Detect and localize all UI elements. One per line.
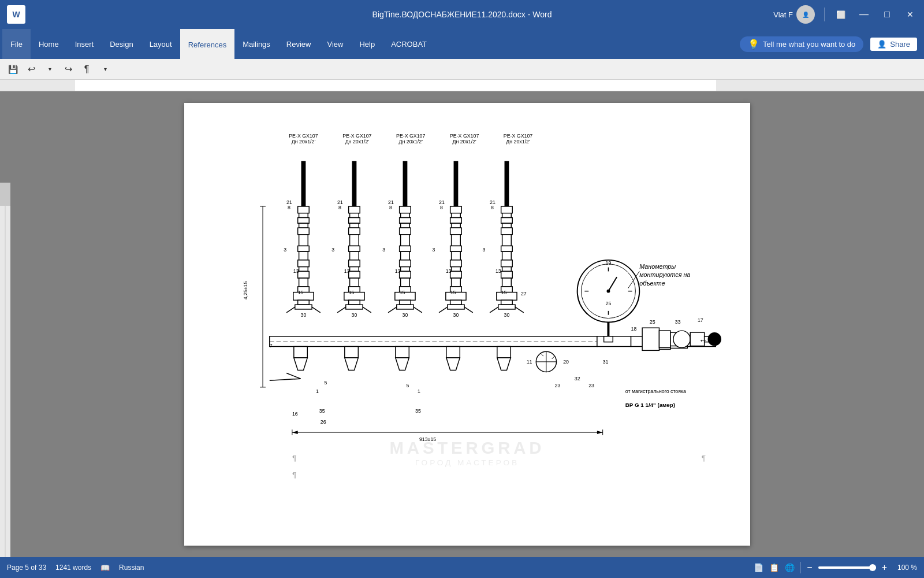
document-page: PE-X GX107 Дн 20х1/2' PE-X GX107 Дн 20х1… (184, 103, 750, 546)
svg-line-40 (312, 307, 321, 313)
status-bar: Page 5 of 33 1241 words 📖 Russian 📄 📋 🌐 … (0, 557, 924, 578)
svg-text:от магистрального стояка: от магистрального стояка (625, 388, 686, 394)
svg-text:15: 15 (400, 290, 405, 295)
ribbon-tab-design[interactable]: Design (102, 29, 141, 59)
svg-text:30: 30 (301, 312, 307, 318)
ribbon-tab-layout[interactable]: Layout (141, 29, 180, 59)
svg-marker-163 (446, 358, 460, 370)
redo-icon: ↪ (65, 64, 72, 75)
share-icon: 👤 (877, 40, 886, 49)
svg-point-150 (708, 332, 721, 346)
svg-rect-45 (350, 213, 359, 218)
svg-rect-25 (298, 218, 310, 224)
save-button[interactable]: 💾 (5, 61, 21, 77)
svg-line-156 (286, 373, 300, 379)
avatar: 👤 (796, 5, 815, 24)
zoom-slider[interactable] (818, 566, 876, 569)
print-layout-button[interactable]: 📋 (769, 563, 779, 572)
undo-button[interactable]: ↩ (23, 61, 39, 77)
ribbon-tab-references[interactable]: References (180, 29, 234, 59)
svg-marker-159 (345, 358, 358, 370)
proofing-icon: 📖 (100, 564, 110, 572)
svg-rect-73 (400, 260, 411, 267)
svg-text:30: 30 (403, 312, 408, 318)
svg-rect-70 (401, 235, 410, 246)
redo-button[interactable]: ↪ (60, 61, 76, 77)
svg-rect-89 (452, 223, 461, 228)
svg-text:¶: ¶ (292, 454, 296, 462)
page-info: Page 5 of 33 (7, 564, 46, 572)
document-area[interactable]: PE-X GX107 Дн 20х1/2' PE-X GX107 Дн 20х1… (10, 91, 924, 557)
undo-dropdown-button[interactable]: ▾ (42, 61, 58, 77)
share-button[interactable]: 👤 Share (870, 38, 917, 51)
svg-text:25: 25 (606, 301, 612, 306)
maximize-button[interactable]: □ (880, 9, 894, 20)
svg-text:←: ← (699, 335, 708, 345)
svg-rect-154 (294, 346, 307, 358)
svg-text:13: 13 (293, 268, 299, 274)
tell-me-input[interactable]: 💡 Tell me what you want to do (740, 36, 863, 52)
svg-rect-107 (501, 206, 513, 213)
svg-rect-160 (396, 346, 409, 358)
svg-rect-67 (400, 218, 411, 224)
ribbon-toggle-button[interactable]: ⬜ (834, 10, 848, 19)
svg-rect-116 (502, 267, 512, 272)
close-button[interactable]: ✕ (903, 9, 917, 20)
web-layout-button[interactable]: 🌐 (785, 563, 795, 572)
svg-line-39 (286, 307, 295, 313)
svg-rect-111 (501, 228, 513, 235)
svg-rect-94 (450, 260, 462, 267)
svg-marker-155 (294, 358, 307, 370)
svg-rect-87 (452, 213, 461, 218)
svg-rect-32 (299, 267, 308, 272)
read-mode-button[interactable]: 📄 (754, 563, 763, 572)
zoom-out-button[interactable]: − (807, 562, 812, 573)
ribbon-tab-acrobat[interactable]: ACROBAT (383, 29, 435, 59)
ribbon-tab-home[interactable]: Home (31, 29, 67, 59)
ribbon-tab-file[interactable]: File (2, 29, 31, 59)
svg-rect-75 (400, 271, 411, 278)
svg-rect-59 (346, 305, 363, 309)
customize-qat-button[interactable]: ▾ (97, 61, 113, 77)
svg-text:PE-X GX107: PE-X GX107 (289, 133, 318, 139)
zoom-level[interactable]: 100 % (893, 564, 917, 572)
svg-rect-69 (400, 228, 411, 235)
svg-text:23: 23 (555, 383, 561, 388)
svg-rect-113 (501, 246, 513, 251)
svg-text:17: 17 (698, 317, 703, 323)
svg-text:MASTERGRAD: MASTERGRAD (390, 438, 545, 457)
svg-text:5: 5 (406, 383, 409, 388)
technical-drawing: PE-X GX107 Дн 20х1/2' PE-X GX107 Дн 20х1… (213, 120, 721, 496)
ribbon-tab-help[interactable]: Help (351, 29, 383, 59)
svg-rect-86 (450, 206, 462, 213)
svg-text:8: 8 (288, 205, 290, 210)
user-info: Viat F 👤 (773, 5, 815, 24)
pilcrow-icon: ¶ (84, 64, 90, 75)
app-icon: W (7, 5, 25, 24)
svg-rect-54 (349, 271, 360, 278)
ribbon-tab-mailings[interactable]: Mailings (234, 29, 278, 59)
minimize-button[interactable]: — (857, 9, 871, 20)
svg-rect-52 (349, 260, 360, 267)
svg-text:PE-X GX107: PE-X GX107 (342, 133, 371, 139)
svg-rect-88 (450, 218, 462, 224)
word-count: 1241 words (55, 564, 91, 572)
svg-text:ГОРОД МАСТЕРОВ: ГОРОД МАСТЕРОВ (415, 458, 519, 467)
save-icon: 💾 (8, 65, 18, 74)
svg-text:15: 15 (501, 290, 507, 295)
svg-rect-0 (75, 80, 716, 91)
ribbon-tab-insert[interactable]: Insert (67, 29, 102, 59)
svg-rect-101 (448, 305, 464, 309)
svg-line-82 (413, 307, 422, 313)
svg-line-123 (490, 307, 498, 313)
svg-rect-23 (298, 206, 310, 213)
svg-text:объекте: объекте (639, 280, 665, 287)
undo-icon: ↩ (28, 64, 35, 75)
zoom-in-button[interactable]: + (882, 562, 887, 573)
svg-rect-55 (350, 278, 359, 287)
ribbon-tab-review[interactable]: Review (278, 29, 319, 59)
ribbon-tab-view[interactable]: View (319, 29, 351, 59)
svg-text:27: 27 (521, 291, 527, 297)
svg-text:8: 8 (389, 205, 392, 210)
pilcrow-button[interactable]: ¶ (79, 61, 95, 77)
